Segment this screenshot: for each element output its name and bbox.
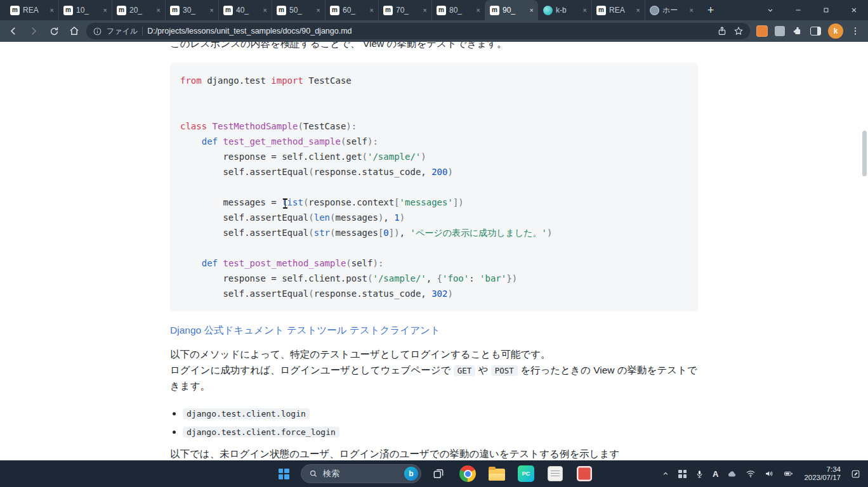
minimize-button[interactable] (784, 0, 812, 20)
browser-tab[interactable]: k-b× (538, 0, 591, 20)
microphone-tray-button[interactable] (692, 463, 707, 484)
share-icon[interactable] (717, 26, 727, 36)
browser-tab[interactable]: m20_× (112, 0, 165, 20)
browser-tab[interactable]: mREA× (591, 0, 645, 20)
extensions-puzzle-icon[interactable] (792, 25, 803, 37)
markdown-favicon: m (437, 6, 446, 15)
markdown-favicon: m (223, 6, 233, 15)
ime-mode-button[interactable]: A (709, 463, 721, 484)
browser-tab[interactable]: mREA× (5, 0, 58, 20)
extension-icon-gray[interactable] (775, 26, 785, 36)
bullet-list: django.test.client.logindjango.test.clie… (170, 405, 698, 441)
tab-close-icon[interactable]: × (209, 6, 214, 14)
browser-tab[interactable]: m50_× (272, 0, 325, 20)
battery-tray-button[interactable] (779, 463, 798, 484)
vertical-scrollbar-thumb[interactable] (862, 131, 867, 176)
taskbar-clock[interactable]: 7:34 2023/07/17 (799, 465, 845, 483)
tab-search-icon[interactable] (756, 0, 784, 20)
taskbar-search[interactable]: 検索 b (301, 464, 421, 483)
tab-close-icon[interactable]: × (689, 6, 694, 14)
tab-close-icon[interactable]: × (529, 6, 534, 14)
profile-avatar[interactable]: k (828, 23, 843, 39)
new-tab-button[interactable]: + (702, 1, 720, 19)
maximize-button[interactable] (812, 0, 840, 20)
inline-code: django.test.client.force_login (183, 427, 339, 438)
search-label: 検索 (323, 468, 339, 479)
tab-close-icon[interactable]: × (636, 6, 641, 14)
start-button[interactable] (272, 462, 296, 486)
reload-icon[interactable] (46, 23, 62, 39)
task-view-button[interactable] (426, 462, 450, 486)
tab-close-icon[interactable]: × (582, 6, 588, 14)
teal-favicon (543, 6, 553, 15)
browser-tab[interactable]: m80_× (431, 0, 485, 20)
tab-label: REA (609, 6, 633, 15)
address-bar[interactable]: ファイル D:/projects/lessons/unit_test_sampl… (86, 23, 750, 39)
browser-tab[interactable]: m40_× (218, 0, 272, 20)
tab-label: 40_ (236, 6, 260, 15)
extension-icon-orange[interactable] (756, 25, 768, 37)
browser-tab[interactable]: m30_× (165, 0, 218, 20)
page-info-icon[interactable] (93, 27, 102, 36)
paragraph-text: ログインに成功すれば、ログインユーザとしてウェブページで (170, 365, 454, 375)
file-explorer-icon (489, 469, 505, 481)
paragraph-text: や (475, 365, 490, 375)
inline-code-post: POST (491, 365, 518, 376)
clock-date: 2023/07/17 (804, 474, 841, 483)
back-icon[interactable] (5, 23, 22, 39)
bookmark-star-icon[interactable] (733, 26, 744, 36)
tab-label: 60_ (343, 6, 366, 15)
windows-taskbar: 検索 b PC A (0, 460, 868, 487)
tab-close-icon[interactable]: × (156, 6, 161, 14)
toolbar-right: k (754, 23, 863, 39)
close-button[interactable] (840, 0, 868, 20)
tab-close-icon[interactable]: × (263, 6, 268, 14)
forward-icon[interactable] (25, 23, 42, 39)
tab-close-icon[interactable]: × (369, 6, 374, 14)
browser-tab[interactable]: m60_× (325, 0, 378, 20)
speaker-icon (764, 469, 774, 479)
onedrive-tray-button[interactable] (723, 463, 740, 484)
side-panel-icon[interactable] (810, 27, 821, 36)
volume-tray-button[interactable] (761, 463, 777, 484)
chevron-up-icon (661, 469, 670, 478)
markdown-favicon: m (63, 6, 73, 15)
menu-kebab-icon[interactable] (850, 26, 860, 36)
browser-tab[interactable]: ホー× (645, 0, 698, 20)
tab-close-icon[interactable]: × (476, 6, 481, 14)
login-paragraph: 以下のメソッドによって、特定のテストユーザとしてログインすることも可能です。 ロ… (170, 347, 698, 394)
hidden-icons-button[interactable] (658, 463, 673, 484)
ime-pad-button[interactable] (847, 463, 864, 484)
markdown-favicon: m (490, 6, 499, 15)
tab-close-icon[interactable]: × (423, 6, 428, 14)
markdown-favicon: m (596, 6, 606, 15)
notepad-button[interactable] (543, 462, 567, 486)
tab-close-icon[interactable]: × (316, 6, 321, 14)
tab-label: ホー (662, 5, 686, 16)
chrome-icon (459, 465, 476, 482)
tab-label: 30_ (183, 6, 206, 15)
browser-tab[interactable]: m70_× (378, 0, 431, 20)
url-text[interactable]: D:/projects/lessons/unit_test_samples/do… (147, 27, 713, 36)
red-app-icon (577, 466, 592, 481)
browser-tab[interactable]: m10_× (58, 0, 112, 20)
red-app-button[interactable] (572, 462, 596, 486)
tab-strip: mREA×m10_×m20_×m30_×m40_×m50_×m60_×m70_×… (0, 0, 868, 20)
tray-app-button[interactable] (675, 463, 690, 484)
tab-label: REA (23, 6, 46, 15)
django-docs-link[interactable]: Django 公式ドキュメント テストツール テストクライアント (170, 323, 698, 338)
ime-mode-indicator: A (713, 469, 718, 479)
pycharm-button[interactable]: PC (514, 462, 538, 486)
wifi-tray-button[interactable] (742, 463, 759, 484)
file-explorer-button[interactable] (485, 462, 509, 486)
tab-label: k-b (556, 6, 579, 15)
tab-close-icon[interactable]: × (103, 6, 108, 14)
tab-close-icon[interactable]: × (49, 6, 55, 14)
chrome-taskbar-button[interactable] (456, 462, 480, 486)
browser-tab[interactable]: m90_× (485, 0, 538, 20)
tab-label: 20_ (129, 6, 153, 15)
pycharm-icon: PC (518, 465, 534, 482)
home-icon[interactable] (66, 23, 82, 39)
markdown-favicon: m (330, 6, 339, 15)
markdown-favicon: m (383, 6, 393, 15)
